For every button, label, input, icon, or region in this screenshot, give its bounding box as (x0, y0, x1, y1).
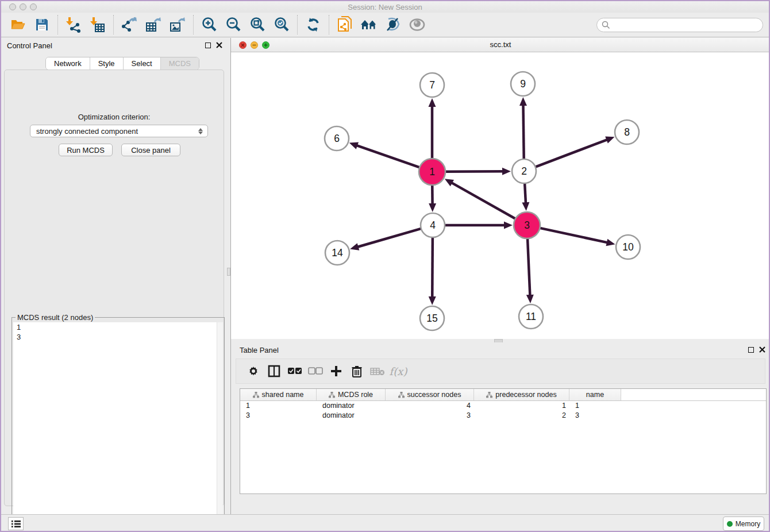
select-columns-icon[interactable] (264, 361, 284, 381)
splitter-handle[interactable] (227, 268, 230, 276)
column-header-filler (621, 389, 766, 400)
column-header-successor-nodes[interactable]: successor nodes (386, 389, 474, 400)
table-row[interactable]: 1dominator411 (240, 401, 766, 411)
home-layout-icon[interactable] (359, 15, 379, 34)
table-panel: Table Panel (231, 342, 770, 514)
zoom-selected-icon[interactable] (272, 15, 291, 34)
table-cell[interactable]: 1 (569, 402, 621, 410)
table-cell[interactable]: dominator (317, 411, 386, 419)
search-icon (602, 21, 610, 29)
column-header-name[interactable]: name (569, 389, 621, 400)
table-cell[interactable]: 1 (240, 402, 317, 410)
memory-button[interactable]: Memory (723, 516, 764, 531)
export-network-icon[interactable] (120, 15, 139, 34)
mcds-result-list[interactable]: 13 (13, 322, 223, 532)
tab-network[interactable]: Network (46, 57, 90, 70)
vertical-splitter[interactable] (227, 38, 231, 514)
column-header-MCDS-role[interactable]: MCDS role (317, 389, 386, 400)
clone-network-icon[interactable] (335, 15, 355, 34)
toolbar-separator (57, 15, 58, 34)
network-canvas[interactable]: 7968124314101511 (231, 52, 770, 339)
control-panel: Control Panel NetworkStyleSelectMCDS Opt… (1, 38, 227, 514)
control-panel-title: Control Panel (7, 41, 52, 50)
graph-edge-2-9[interactable] (523, 105, 523, 159)
graph-edge-arrowhead (429, 98, 436, 107)
graph-edge-1-2[interactable] (445, 171, 503, 172)
graph-edge-arrowhead (526, 295, 534, 303)
network-window-title: scc.txt (231, 40, 770, 49)
graph-node-label: 4 (430, 219, 436, 231)
close-panel-icon[interactable] (216, 42, 222, 48)
float-table-panel-icon[interactable] (748, 347, 754, 353)
task-history-button[interactable] (8, 517, 24, 530)
graph-edge-4-14[interactable] (357, 229, 421, 247)
export-table-icon[interactable] (144, 15, 163, 34)
toolbar-separator (193, 15, 194, 34)
search-input[interactable] (610, 21, 763, 29)
export-image-icon[interactable] (168, 15, 187, 34)
tab-select[interactable]: Select (124, 57, 161, 70)
close-panel-button[interactable]: Close panel (121, 144, 180, 156)
graph-edge-arrowhead (350, 243, 359, 250)
save-session-icon[interactable] (32, 15, 52, 34)
tab-style[interactable]: Style (90, 57, 124, 70)
zoom-out-icon[interactable] (224, 15, 243, 34)
zoom-fit-icon[interactable] (248, 15, 267, 34)
run-mcds-button[interactable]: Run MCDS (59, 144, 113, 156)
close-table-panel-icon[interactable] (759, 346, 765, 353)
table-cell[interactable]: 3 (240, 411, 317, 419)
network-window-titlebar[interactable]: scc.txt (231, 38, 770, 52)
table-cell[interactable]: 2 (474, 411, 569, 419)
show-graphics-details-icon[interactable] (407, 15, 427, 34)
column-type-icon (253, 392, 259, 398)
tab-mcds[interactable]: MCDS (161, 57, 199, 70)
table-cell[interactable]: 3 (569, 411, 621, 419)
scrollbar-track[interactable] (217, 322, 223, 532)
graph-edge-1-6[interactable] (356, 145, 419, 168)
hide-style-icon[interactable] (383, 15, 403, 34)
node-table[interactable]: shared nameMCDS rolesuccessor nodesprede… (240, 388, 767, 494)
graph-node-label: 15 (426, 313, 437, 324)
graph-edge-arrowhead (504, 222, 513, 229)
graph-edge-2-3[interactable] (525, 183, 526, 203)
column-header-shared-name[interactable]: shared name (240, 389, 317, 400)
delete-table-icon (367, 361, 388, 381)
open-session-icon[interactable] (8, 15, 28, 34)
graph-edge-3-1[interactable] (451, 183, 515, 219)
refresh-layout-icon[interactable] (303, 15, 323, 34)
network-graph[interactable]: 7968124314101511 (231, 52, 770, 339)
zoom-in-icon[interactable] (199, 15, 219, 34)
app-window: Session: New Session (0, 0, 770, 532)
memory-status-icon (727, 521, 733, 527)
title-bar: Session: New Session (1, 1, 769, 13)
table-settings-icon[interactable] (243, 361, 264, 381)
table-body[interactable]: 1dominator4113dominator323 (240, 401, 766, 420)
search-box[interactable] (596, 18, 763, 32)
import-network-icon[interactable] (64, 15, 83, 34)
table-cell[interactable]: 1 (474, 402, 569, 410)
select-all-icon[interactable] (284, 361, 305, 381)
graph-edge-4-15[interactable] (432, 237, 433, 298)
add-column-icon[interactable] (326, 361, 346, 381)
column-header-predecessor-nodes[interactable]: predecessor nodes (474, 389, 569, 400)
delete-column-icon[interactable] (346, 361, 367, 381)
deselect-all-icon[interactable] (305, 361, 326, 381)
table-cell[interactable]: 4 (386, 402, 474, 410)
mcds-panel: Optimization criterion: strongly connect… (4, 70, 224, 506)
table-cell[interactable]: dominator (317, 402, 386, 410)
table-cell[interactable]: 3 (386, 411, 474, 419)
float-panel-icon[interactable] (205, 43, 211, 48)
dropdown-stepper-icon (197, 126, 204, 136)
graph-node-label: 2 (521, 165, 527, 177)
table-header[interactable]: shared nameMCDS rolesuccessor nodesprede… (240, 389, 766, 401)
table-row[interactable]: 3dominator323 (240, 411, 766, 421)
mcds-result-line: 1 (13, 322, 223, 332)
graph-edge-3-10[interactable] (540, 228, 607, 243)
graph-edge-arrowhead (349, 142, 359, 149)
graph-edge-2-8[interactable] (536, 140, 608, 167)
function-builder-icon: f(x) (388, 361, 409, 381)
import-table-icon[interactable] (88, 15, 107, 34)
criterion-dropdown[interactable]: strongly connected component (30, 125, 208, 137)
graph-edge-3-11[interactable] (528, 238, 530, 296)
graph-node-label: 1 (429, 166, 435, 178)
